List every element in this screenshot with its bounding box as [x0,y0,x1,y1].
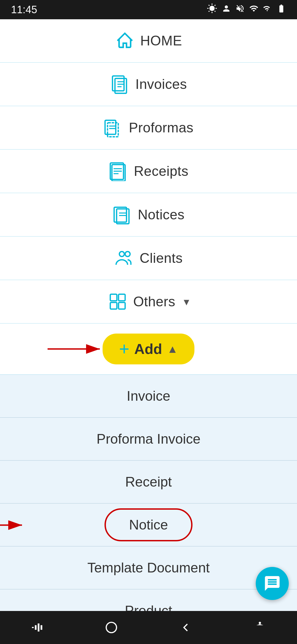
add-plus-icon: + [119,340,129,358]
nav-item-notices[interactable]: Notices [0,193,297,237]
nav-item-proformas[interactable]: Proformas [0,106,297,150]
nav-others-label: Others [133,294,175,310]
nav-back-multitask[interactable] [0,611,74,644]
nav-invoices-label: Invoices [135,76,187,92]
svg-rect-31 [41,625,42,630]
nav-receipts-label: Receipts [134,163,189,179]
status-time: 11:45 [11,4,37,16]
chat-fab[interactable] [256,567,289,600]
svg-rect-20 [110,294,117,301]
weather-icon [207,3,217,16]
receipts-icon [109,161,128,181]
add-chevron-icon: ▲ [167,343,178,355]
svg-rect-28 [32,627,34,628]
nav-home-label: HOME [140,33,182,49]
dropdown-notice-label: Notice [129,517,168,533]
mute-icon [235,4,245,15]
person-icon [222,4,231,15]
add-button[interactable]: + Add ▲ [103,334,194,364]
home-icon [115,31,135,51]
invoices-icon [110,74,130,94]
signal-icon [263,4,272,15]
status-bar: 11:45 [0,0,297,19]
dropdown-item-template-document[interactable]: Template Document [0,547,297,590]
dropdown-proforma-invoice-label: Proforma Invoice [97,431,200,447]
dropdown-item-receipt[interactable]: Receipt [0,461,297,504]
status-icons [207,3,286,16]
svg-point-33 [259,622,261,624]
nav-item-clients[interactable]: Clients [0,237,297,280]
dropdown-receipt-label: Receipt [125,474,172,490]
svg-point-32 [106,622,117,633]
dropdown-item-notice[interactable]: Notice [0,504,297,547]
nav-item-invoices[interactable]: Invoices [0,63,297,106]
others-chevron-icon: ▾ [184,295,189,308]
clients-icon [114,248,134,268]
nav-item-home[interactable]: HOME [0,19,297,63]
svg-point-19 [125,252,130,256]
nav-proformas-label: Proformas [129,120,193,136]
nav-item-others[interactable]: Others ▾ [0,280,297,324]
svg-rect-21 [119,294,125,301]
bottom-nav-bar [0,611,297,644]
others-icon [108,292,128,312]
add-label: Add [134,341,162,357]
notices-icon [112,205,132,225]
battery-icon [277,4,286,15]
dropdown-item-proforma-invoice[interactable]: Proforma Invoice [0,418,297,461]
nav-clients-label: Clients [140,250,183,266]
dropdown-item-invoice[interactable]: Invoice [0,375,297,418]
dropdown-template-document-label: Template Document [87,560,210,576]
svg-rect-22 [110,302,117,309]
wifi-icon [249,4,258,15]
svg-rect-29 [35,625,37,630]
nav-item-receipts[interactable]: Receipts [0,150,297,193]
proformas-icon [103,118,123,138]
svg-rect-30 [38,623,39,631]
svg-rect-23 [119,302,125,309]
add-button-container: + Add ▲ [0,324,297,375]
nav-home-circle[interactable] [74,611,148,644]
nav-accessibility[interactable] [223,611,297,644]
nav-back-arrow[interactable] [148,611,223,644]
nav-notices-label: Notices [138,207,185,223]
dropdown-section: Invoice Proforma Invoice Receipt Notice … [0,375,297,644]
dropdown-invoice-label: Invoice [127,388,170,404]
svg-point-18 [119,252,124,256]
